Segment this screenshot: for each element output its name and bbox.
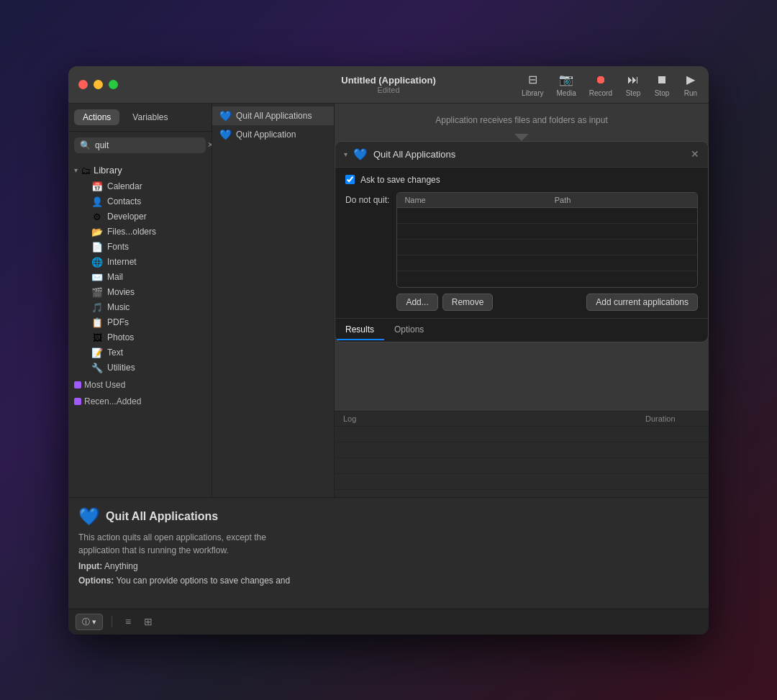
- log-row: [335, 442, 709, 458]
- calendar-icon: 📅: [91, 181, 103, 192]
- mail-icon: ✉️: [91, 272, 103, 283]
- search-icon: 🔍: [80, 140, 91, 150]
- table-wrapper: Name Path: [396, 192, 698, 311]
- sidebar-item-pdfs[interactable]: 📋 PDFs: [71, 315, 209, 330]
- result-label: Quit All Applications: [236, 111, 312, 121]
- info-button[interactable]: ⓘ ▾: [76, 614, 103, 630]
- table-buttons-left: Add... Remove: [396, 294, 493, 311]
- sidebar-item-contacts[interactable]: 👤 Contacts: [71, 194, 209, 209]
- result-item-quit-all[interactable]: 💙 Quit All Applications: [212, 106, 334, 125]
- sidebar-item-fonts[interactable]: 📄 Fonts: [71, 240, 209, 255]
- recently-added-label: Recen...Added: [84, 396, 141, 406]
- sidebar-item-mail[interactable]: ✉️ Mail: [71, 270, 209, 285]
- add-button[interactable]: Add...: [396, 294, 437, 311]
- bottom-info-panel: 💙 Quit All Applications This action quit…: [68, 497, 709, 609]
- music-icon: 🎵: [91, 302, 103, 313]
- step-button[interactable]: ⏭ Step: [625, 72, 641, 97]
- close-action-button[interactable]: ✕: [691, 148, 699, 160]
- close-button[interactable]: [78, 80, 88, 89]
- minimize-button[interactable]: [94, 80, 103, 89]
- sidebar: Actions Variables 🔍 ✕ ▾ 🗂 Library 📅 Cale…: [68, 104, 212, 497]
- sidebar-item-label: Utilities: [107, 363, 135, 373]
- traffic-lights: [78, 80, 118, 89]
- bottom-info-input: Input: Anything: [78, 561, 699, 571]
- media-button[interactable]: 📷 Media: [557, 72, 576, 97]
- collapse-icon[interactable]: ▾: [344, 150, 347, 158]
- input-value: Anything: [104, 561, 138, 571]
- stop-label: Stop: [655, 89, 670, 97]
- record-label: Record: [589, 89, 612, 97]
- log-row: [335, 474, 709, 490]
- run-button[interactable]: ▶ Run: [683, 72, 699, 97]
- options-value: You can provide options to save changes …: [116, 576, 290, 586]
- sidebar-item-developer[interactable]: ⚙ Developer: [71, 209, 209, 224]
- table-header: Name Path: [397, 193, 697, 208]
- table-row: [397, 271, 697, 287]
- log-col-label: Log: [335, 412, 637, 426]
- maximize-button[interactable]: [109, 80, 118, 89]
- sidebar-item-label: Music: [107, 302, 130, 312]
- sidebar-item-movies[interactable]: 🎬 Movies: [71, 285, 209, 300]
- sidebar-item-utilities[interactable]: 🔧 Utilities: [71, 360, 209, 376]
- log-header: Log Duration: [335, 412, 709, 427]
- library-header[interactable]: ▾ 🗂 Library: [68, 162, 212, 179]
- stop-icon: ⏹: [654, 72, 670, 88]
- action-card-header[interactable]: ▾ 💙 Quit All Applications ✕: [335, 142, 708, 168]
- result-item-quit[interactable]: 💙 Quit Application: [212, 125, 334, 144]
- library-button[interactable]: ⊟ Library: [522, 72, 544, 97]
- list-view-button[interactable]: ≡: [121, 614, 135, 629]
- sidebar-item-files-folders[interactable]: 📂 Files...olders: [71, 224, 209, 240]
- sidebar-item-label: Photos: [107, 332, 134, 342]
- media-label: Media: [557, 89, 576, 97]
- chevron-down-icon: ▾: [74, 166, 78, 174]
- results-list: 💙 Quit All Applications 💙 Quit Applicati…: [212, 104, 335, 497]
- fonts-icon: 📄: [91, 242, 103, 253]
- clear-search-button[interactable]: ✕: [207, 140, 212, 150]
- run-label: Run: [684, 89, 697, 97]
- library-label: Library: [94, 165, 122, 176]
- log-row: [335, 458, 709, 474]
- bottom-info-icon: 💙: [78, 506, 100, 527]
- ask-save-checkbox[interactable]: [345, 175, 355, 184]
- stop-button[interactable]: ⏹ Stop: [654, 72, 670, 97]
- workflow-header: Application receives files and folders a…: [435, 115, 607, 125]
- recently-added-dot: [74, 398, 81, 405]
- sidebar-item-label: Internet: [107, 257, 137, 267]
- sidebar-item-label: Developer: [107, 212, 147, 222]
- sidebar-item-label: Files...olders: [107, 227, 156, 237]
- table-row: [397, 208, 697, 224]
- table-buttons: Add... Remove Add current applications: [396, 294, 698, 311]
- pdfs-icon: 📋: [91, 317, 103, 328]
- text-icon: 📝: [91, 347, 103, 358]
- table-row: [397, 224, 697, 240]
- tab-results[interactable]: Results: [335, 320, 384, 340]
- quit-all-icon: 💙: [219, 110, 232, 122]
- main-window: Untitled (Application) Edited ⊟ Library …: [68, 66, 709, 635]
- sidebar-item-photos[interactable]: 🖼 Photos: [71, 330, 209, 345]
- main-content: Actions Variables 🔍 ✕ ▾ 🗂 Library 📅 Cale…: [68, 104, 709, 497]
- tab-actions[interactable]: Actions: [74, 109, 119, 125]
- do-not-quit-row: Do not quit: Name Path: [345, 192, 698, 311]
- action-title: Quit All Applications: [373, 149, 685, 160]
- sidebar-item-text[interactable]: 📝 Text: [71, 345, 209, 360]
- remove-button[interactable]: Remove: [442, 294, 494, 311]
- table-row: [397, 255, 697, 271]
- search-input[interactable]: [95, 140, 203, 150]
- files-icon: 📂: [91, 227, 103, 237]
- most-used-dot: [74, 381, 81, 388]
- record-button[interactable]: ⏺ Record: [589, 72, 612, 97]
- right-panel: Application receives files and folders a…: [335, 104, 709, 497]
- tab-options[interactable]: Options: [384, 320, 434, 340]
- bottom-info-description: This action quits all open applications,…: [78, 531, 309, 557]
- tab-variables[interactable]: Variables: [124, 109, 176, 125]
- library-label: Library: [522, 89, 544, 97]
- sidebar-item-internet[interactable]: 🌐 Internet: [71, 255, 209, 270]
- app-subtitle: Edited: [341, 86, 435, 94]
- sidebar-item-calendar[interactable]: 📅 Calendar: [71, 179, 209, 194]
- run-icon: ▶: [683, 72, 699, 88]
- sidebar-item-music[interactable]: 🎵 Music: [71, 300, 209, 315]
- grid-view-button[interactable]: ⊞: [141, 614, 155, 629]
- add-current-applications-button[interactable]: Add current applications: [586, 294, 698, 311]
- log-area: Log Duration: [335, 411, 709, 497]
- title-bar: Untitled (Application) Edited ⊟ Library …: [68, 66, 709, 104]
